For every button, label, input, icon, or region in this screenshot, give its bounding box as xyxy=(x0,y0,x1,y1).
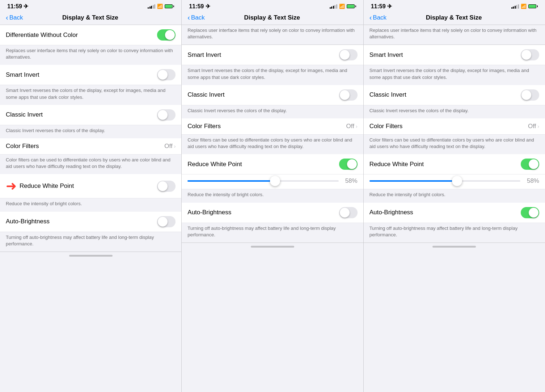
settings-item: Smart InvertSmart Invert reverses the co… xyxy=(182,45,363,85)
page-title: Display & Text Size xyxy=(386,14,521,21)
back-arrow-icon: ‹ xyxy=(6,13,8,22)
setting-label-wrap: ➜Reduce White Point xyxy=(6,178,74,194)
phone-panel-panel1: 11:59 ✈📶‹BackDisplay & Text SizeDifferen… xyxy=(0,0,182,392)
setting-label: Differentiate Without Color xyxy=(6,31,78,39)
setting-label: Color Filters xyxy=(6,143,39,150)
setting-description: Smart Invert reverses the colors of the … xyxy=(182,65,363,85)
slider-track xyxy=(369,180,520,182)
settings-row[interactable]: Auto-Brightness xyxy=(182,203,363,223)
wifi-icon: 📶 xyxy=(521,4,527,9)
toggle-thumb xyxy=(165,30,175,40)
toggle-thumb xyxy=(340,90,350,100)
home-indicator xyxy=(251,246,294,248)
settings-row-nav[interactable]: Color FiltersOff› xyxy=(364,118,545,135)
status-icons: 📶 xyxy=(511,4,538,9)
setting-description: Color filters can be used to differentia… xyxy=(182,135,363,154)
back-button[interactable]: ‹Back xyxy=(369,13,386,22)
status-time: 11:59 ✈ xyxy=(189,3,210,10)
nav-bar: ‹BackDisplay & Text Size xyxy=(364,11,545,25)
settings-row[interactable]: Smart Invert xyxy=(364,45,545,65)
slider-fill xyxy=(187,180,275,182)
slider-value: 58% xyxy=(525,177,539,185)
page-title: Display & Text Size xyxy=(205,14,339,21)
slider-thumb[interactable] xyxy=(270,176,280,186)
toggle-switch[interactable] xyxy=(521,89,539,101)
slider-row[interactable]: 58% xyxy=(182,174,363,189)
settings-row-with-arrow[interactable]: ➜Reduce White Point xyxy=(0,174,181,198)
toggle-switch[interactable] xyxy=(157,216,176,227)
home-indicator xyxy=(432,246,476,248)
settings-item: ➜Reduce White PointReduce the intensity … xyxy=(0,174,181,211)
setting-label: Classic Invert xyxy=(187,91,224,98)
settings-row-nav[interactable]: Color FiltersOff› xyxy=(0,138,181,155)
setting-label: Color Filters xyxy=(369,123,403,130)
settings-item: Color FiltersOff›Color filters can be us… xyxy=(182,118,363,154)
settings-row-nav[interactable]: Color FiltersOff› xyxy=(182,118,363,135)
setting-description: Smart Invert reverses the colors of the … xyxy=(0,85,181,105)
toggle-switch[interactable] xyxy=(521,207,539,218)
signal-icon xyxy=(511,4,519,9)
settings-item: Smart InvertSmart Invert reverses the co… xyxy=(0,65,181,105)
signal-icon xyxy=(148,4,155,9)
page-title: Display & Text Size xyxy=(23,14,157,21)
toggle-switch[interactable] xyxy=(521,159,539,170)
toggle-switch[interactable] xyxy=(157,109,176,121)
slider-container: 58% xyxy=(187,177,357,185)
setting-description: Color filters can be used to differentia… xyxy=(0,155,181,174)
toggle-switch[interactable] xyxy=(157,29,176,41)
back-button[interactable]: ‹Back xyxy=(187,13,204,22)
status-bar: 11:59 ✈📶 xyxy=(182,0,363,11)
chevron-right-icon: › xyxy=(537,123,539,129)
status-bar: 11:59 ✈📶 xyxy=(364,0,545,11)
status-bar: 11:59 ✈📶 xyxy=(0,0,181,11)
setting-label: Reduce White Point xyxy=(187,161,242,168)
toggle-switch[interactable] xyxy=(339,49,358,60)
settings-row[interactable]: Smart Invert xyxy=(0,65,181,85)
back-button[interactable]: ‹Back xyxy=(6,13,23,22)
settings-item: Reduce White Point58%Reduce the intensit… xyxy=(182,154,363,202)
slider-track xyxy=(187,180,338,182)
settings-row[interactable]: Classic Invert xyxy=(364,85,545,105)
settings-item: Reduce White Point58%Reduce the intensit… xyxy=(364,154,545,202)
settings-row[interactable]: Auto-Brightness xyxy=(364,203,545,223)
toggle-switch[interactable] xyxy=(339,89,358,101)
toggle-thumb xyxy=(529,159,538,169)
chevron-right-icon: › xyxy=(174,143,176,149)
setting-description: Color filters can be used to differentia… xyxy=(364,135,545,154)
toggle-switch[interactable] xyxy=(339,159,358,170)
settings-row[interactable]: Smart Invert xyxy=(182,45,363,65)
setting-label: Classic Invert xyxy=(6,111,43,118)
slider-row[interactable]: 58% xyxy=(364,174,545,189)
toggle-switch[interactable] xyxy=(339,207,358,218)
toggle-thumb xyxy=(158,181,168,191)
settings-row[interactable]: Classic Invert xyxy=(182,85,363,105)
settings-row-slider[interactable]: Reduce White Point xyxy=(364,154,545,174)
top-description: Replaces user interface items that rely … xyxy=(364,25,545,45)
settings-section: Smart InvertSmart Invert reverses the co… xyxy=(182,45,363,243)
battery-icon xyxy=(347,4,356,8)
home-indicator xyxy=(69,255,113,257)
back-arrow-icon: ‹ xyxy=(187,13,190,22)
settings-row[interactable]: Classic Invert xyxy=(0,105,181,125)
chevron-right-icon: › xyxy=(356,123,358,129)
setting-label: Smart Invert xyxy=(369,51,403,59)
status-icons: 📶 xyxy=(148,4,174,9)
settings-item: Classic InvertClassic Invert reverses th… xyxy=(364,85,545,118)
toggle-thumb xyxy=(158,70,168,80)
settings-item: Auto-BrightnessTurning off auto-brightne… xyxy=(182,203,363,243)
slider-thumb[interactable] xyxy=(452,176,462,186)
settings-row[interactable]: Auto-Brightness xyxy=(0,212,181,232)
settings-row[interactable]: Differentiate Without Color xyxy=(0,25,181,45)
slider-container: 58% xyxy=(369,177,539,185)
toggle-switch[interactable] xyxy=(521,49,539,60)
toggle-thumb xyxy=(521,50,531,60)
setting-description: Classic Invert reverses the colors of th… xyxy=(182,105,363,118)
slider-value: 58% xyxy=(343,177,358,185)
status-time: 11:59 ✈ xyxy=(7,3,28,10)
back-label: Back xyxy=(9,14,23,21)
toggle-switch[interactable] xyxy=(157,181,176,192)
toggle-switch[interactable] xyxy=(157,69,176,80)
status-icons: 📶 xyxy=(330,4,356,9)
settings-item: Classic InvertClassic Invert reverses th… xyxy=(0,105,181,138)
settings-row-slider[interactable]: Reduce White Point xyxy=(182,154,363,174)
